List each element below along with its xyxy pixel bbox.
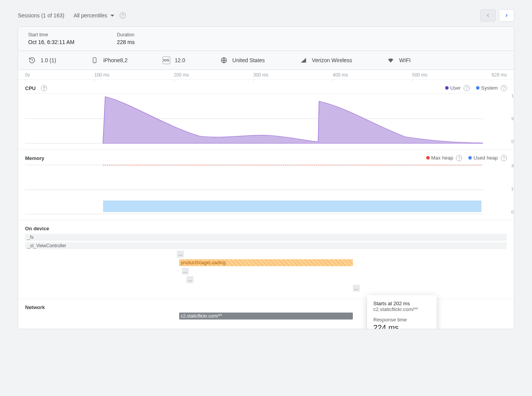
legend-dot-user [445,86,449,90]
network-title: Network [25,304,45,310]
meta-carrier: Verizon Wireless [300,56,352,64]
start-time-value: Oct 16, 6:32:11 AM [28,39,75,45]
timeline-tick: 500 ms [412,72,427,78]
ondevice-section: On device _fs _st_ViewController ... pro… [18,220,514,299]
session-card: Start time Oct 16, 6:32:11 AM Duration 2… [18,26,514,329]
legend-system: System [481,85,498,91]
meta-network: WIFI [387,56,411,64]
ondevice-title: On device [25,226,49,231]
topbar: Sessions (1 of 163) All percentiles ? [18,9,514,22]
timeline-tick: 0s [25,72,30,78]
cpu-section: CPU ? User ? System ? [18,80,514,150]
legend-usedheap: Used heap [473,155,498,161]
next-button[interactable] [499,9,514,22]
globe-icon [220,56,228,64]
network-tooltip: Starts at 202 ms c2.staticflickr.com/** … [367,295,437,329]
tooltip-rt-label: Response time [373,317,430,323]
span-ellipsis[interactable]: ... [182,268,189,275]
percentiles-dropdown[interactable]: All percentiles [74,12,114,19]
legend-maxheap: Max heap [431,155,453,161]
memory-title: Memory [25,155,44,161]
meta-version: 1.0 (1) [28,56,56,64]
cpu-ylabel-mid: 95.73% [512,116,514,121]
cpu-chart [25,93,483,144]
span-ellipsis[interactable]: ... [353,285,360,292]
chevron-down-icon [110,15,114,17]
meta-country: United States [220,56,265,64]
memory-max-line [103,165,481,165]
timeline-tick: 400 ms [333,72,348,78]
memory-used-area [103,201,481,212]
help-icon[interactable]: ? [120,12,126,19]
span-ellipsis[interactable]: ... [177,251,184,258]
tooltip-rt-value: 224 ms [373,323,430,329]
timeline-ruler: 0s 100 ms 200 ms 300 ms 400 ms 500 ms 62… [18,70,514,80]
span-product-image-loading[interactable]: productImageLoading [179,259,352,266]
timeline-tick: 628 ms [492,72,507,78]
legend-user: User [450,85,461,91]
duration-label: Duration [117,32,135,37]
memory-section: Memory Max heap ? Used heap ? [18,150,514,220]
legend-dot-maxheap [426,156,430,160]
mem-ylabel-bot: 0B [511,210,514,214]
timeline-tick: 100 ms [94,72,109,78]
legend-dot-usedheap [468,156,472,160]
cpu-ylabel-top: 191.46 % [512,93,514,98]
help-icon[interactable]: ? [456,155,462,161]
meta-os: iOS 12.0 [163,56,185,64]
help-icon[interactable]: ? [501,155,507,161]
meta-device: iPhone8,2 [91,56,127,64]
tooltip-url: c2.staticflickr.com/** [373,306,430,312]
timeline-tick: 200 ms [174,72,189,78]
legend-dot-system [476,86,479,90]
sessions-label: Sessions (1 of 163) [18,12,64,19]
history-icon [28,56,36,64]
timeline-tick: 300 ms [253,72,268,78]
mem-ylabel-top: 38.83 MB [511,163,514,168]
help-icon[interactable]: ? [464,85,470,91]
help-icon[interactable]: ? [41,85,47,91]
trace-row-fs[interactable]: _fs [25,234,507,241]
cpu-ylabel-bot: 0% [512,139,514,144]
prev-button[interactable] [480,9,496,22]
cpu-title: CPU [25,85,36,91]
duration-value: 228 ms [117,39,135,45]
signal-icon [300,56,307,64]
meta-row: 1.0 (1) iPhone8,2 iOS 12.0 United States [18,51,514,70]
trace-row-viewcontroller[interactable]: _st_ViewController [25,242,507,249]
help-icon[interactable]: ? [501,85,507,91]
network-section: Network c2.staticflickr.com/** Starts at… [18,299,514,329]
tooltip-starts: Starts at 202 ms [373,301,430,306]
start-time-label: Start time [28,32,75,37]
memory-chart [25,163,483,214]
card-header: Start time Oct 16, 6:32:11 AM Duration 2… [18,27,514,51]
ios-icon: iOS [163,56,170,64]
mem-ylabel-mid: 19.41 MB [511,187,514,191]
wifi-icon [387,56,395,64]
span-network-request[interactable]: c2.staticflickr.com/** [179,313,352,320]
span-ellipsis[interactable]: ... [186,276,193,283]
percentiles-label: All percentiles [74,12,107,19]
phone-icon [91,56,98,64]
